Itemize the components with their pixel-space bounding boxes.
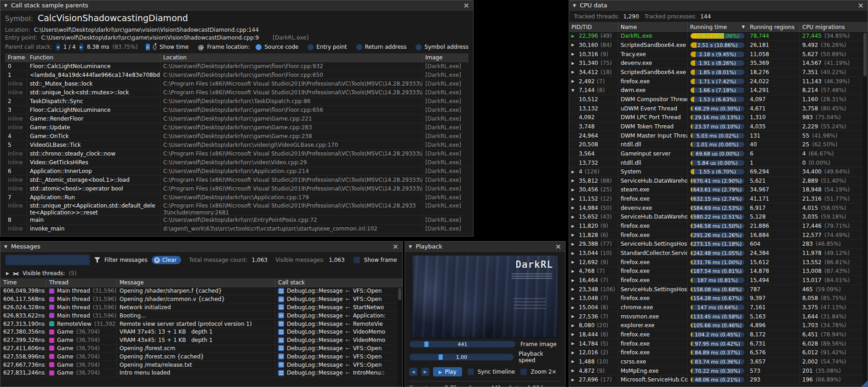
process-name[interactable]: firefox.exe: [618, 222, 688, 231]
cpu-process-row[interactable]: ▶ 18,444 (6) firefox.exe 104.2 ms (0.45%…: [569, 330, 868, 340]
frame-row[interactable]: inline Game::Update C:\Users\wolf\Deskto…: [5, 123, 468, 132]
cpu-process-row[interactable]: ▶ 15,004 (8) chrome.exe 147 ms (0.64%) 7…: [569, 303, 868, 312]
pid-cell[interactable]: ▶ 23,348 (106): [569, 285, 618, 294]
process-name[interactable]: firefox.exe: [618, 294, 688, 303]
message-row[interactable]: 627,667,736ns Game (36,704) Opening /met…: [0, 361, 402, 369]
expand-icon[interactable]: ▶: [571, 215, 577, 219]
pid-cell[interactable]: ▼ 7,144 (8): [569, 86, 618, 95]
expand-icon[interactable]: ▶: [571, 260, 577, 264]
column-header-time[interactable]: Time: [0, 278, 46, 287]
expand-icon[interactable]: ▶: [571, 224, 577, 228]
message-text[interactable]: Opening /meta/release.txt: [117, 361, 275, 369]
expand-icon[interactable]: ▶: [571, 70, 577, 74]
process-name[interactable]: firefox.exe: [618, 258, 688, 266]
message-row[interactable]: 626,833,622ns Main thread (31,596) Booti…: [0, 312, 402, 320]
pid-cell[interactable]: 13,132: [569, 104, 618, 113]
process-name[interactable]: ServiceHub.SettingsHost: [618, 285, 688, 294]
expand-icon[interactable]: ▶: [571, 34, 577, 38]
play-button[interactable]: ▶ Play: [433, 367, 462, 376]
pid-cell[interactable]: 3,748: [569, 122, 618, 131]
frame-function[interactable]: std::unique_ptr<Application,std::default…: [27, 202, 160, 215]
expand-icon[interactable]: ▶: [571, 206, 577, 210]
zoom-checkbox[interactable]: [520, 369, 527, 375]
frame-location[interactable]: C:\Users\wolf\Desktop\darkrl\src\TaskDis…: [160, 97, 423, 105]
expand-icon[interactable]: ▶: [571, 233, 577, 237]
message-thread[interactable]: RemoteView (31,392): [46, 320, 117, 328]
pid-cell[interactable]: 20,508: [569, 140, 618, 149]
frame-row[interactable]: 3 Floor::CalcLightNoLuminance C:\Users\w…: [5, 106, 468, 115]
process-name[interactable]: ScriptedSandbox64.exe: [618, 68, 688, 77]
frame-function[interactable]: Game::OnTick: [27, 132, 160, 140]
expand-icon[interactable]: ▶: [571, 242, 577, 246]
collapse-icon[interactable]: ▼: [409, 244, 412, 249]
callstack-icon[interactable]: [278, 288, 284, 294]
cpu-process-row[interactable]: ▶ 22,396 (49) DarkRL.exe 14.33 s (62.06%…: [569, 32, 868, 41]
collapse-icon[interactable]: ▼: [4, 244, 7, 249]
callstack-icon[interactable]: [278, 304, 284, 310]
prev-frame-button[interactable]: ◀: [409, 368, 417, 376]
cpu-process-row[interactable]: ▶ 4 (126) System 1.55 s (6.70%) 69,294 3…: [569, 168, 868, 177]
frame-function[interactable]: Application::InnerLoop: [27, 167, 160, 175]
expand-icon[interactable]: ▶: [571, 296, 577, 300]
frame-row[interactable]: inline std::unique_ptr<Application,std::…: [5, 202, 468, 216]
pid-cell[interactable]: ▶ 13,048 (7): [569, 294, 618, 303]
frame-row[interactable]: inline invoke_main d:\agent\_work\63\s\s…: [5, 225, 468, 233]
frame-function[interactable]: main: [27, 216, 160, 224]
playback-speed-slider[interactable]: 1.00: [409, 353, 514, 361]
message-callstack[interactable]: DebugLog::Message ← StartNetwo: [275, 304, 402, 312]
process-name[interactable]: GameInput server: [618, 150, 688, 158]
process-name[interactable]: DWM LPC Port Thread: [618, 113, 688, 122]
column-header-message[interactable]: Message: [117, 278, 275, 287]
frame-location[interactable]: C:\Program Files (x86)\Microsoft Visual …: [160, 202, 423, 215]
cpu-process-row[interactable]: ▶ 4,872 (9) MsMpEng.exe 70.22 ms (0.30%)…: [569, 366, 868, 375]
process-name[interactable]: Tracy.exe: [618, 50, 688, 58]
cpu-process-row[interactable]: ▶ 1,488 (10) csrss.exe 83.74 ms (0.36%) …: [569, 358, 868, 367]
frame-function[interactable]: Game::RenderFloor: [27, 115, 160, 123]
cpu-process-row[interactable]: ▶ 4,768 (7) firefox.exe 187.54 ms (0.81%…: [569, 267, 868, 276]
expand-icon[interactable]: ▶: [571, 197, 577, 201]
expand-icon[interactable]: ▶: [571, 378, 577, 382]
pid-cell[interactable]: ▶ 30,160 (84): [569, 41, 618, 50]
frame-row[interactable]: 2 TaskDispatch::Sync C:\Users\wolf\Deskt…: [5, 97, 468, 106]
cpu-process-row[interactable]: 4,092 DWM LPC Port Thread 29.16 ms (0.13…: [569, 113, 868, 122]
expand-icon[interactable]: ▶: [571, 287, 577, 291]
message-text[interactable]: Opening /forest.scm: [117, 345, 275, 352]
pid-cell[interactable]: ▶ 27,696 (17): [569, 375, 618, 384]
message-thread[interactable]: Game (36,704): [46, 369, 117, 377]
process-name[interactable]: StandardCollector.Service: [618, 249, 688, 258]
expand-icon[interactable]: ▶: [571, 61, 577, 65]
process-name[interactable]: firefox.exe: [618, 231, 688, 239]
close-icon[interactable]: ×: [555, 243, 561, 250]
collapse-icon[interactable]: ▼: [4, 3, 7, 8]
message-thread[interactable]: Game (36,704): [46, 361, 117, 369]
cpu-process-row[interactable]: ▶ 11,152 (12) firefox.exe 632.15 ms (2.7…: [569, 195, 868, 204]
cpu-titlebar[interactable]: ▼ CPU data ×: [569, 0, 868, 11]
expand-icon[interactable]: ▶: [571, 179, 577, 183]
cpu-process-row[interactable]: 3,748 DWM Token Thread 23.37 ms (0.10%) …: [569, 122, 868, 132]
next-callstack-button[interactable]: ▶: [79, 43, 84, 51]
column-header-cpu-migrations[interactable]: CPU migrations: [800, 23, 868, 31]
process-name[interactable]: firefox.exe: [618, 339, 688, 348]
process-name[interactable]: DWM Compositor Thread: [618, 95, 688, 104]
message-text[interactable]: Opening /shader/sharpen.f {cached}: [117, 287, 275, 295]
pid-cell[interactable]: ▶ 14,984 (50): [569, 203, 618, 212]
message-thread[interactable]: Main thread (31,596): [46, 295, 117, 303]
message-callstack[interactable]: DebugLog::Message ← VideoMemo: [275, 328, 402, 336]
message-row[interactable]: 606,049,398ns Main thread (31,596) Openi…: [0, 287, 402, 295]
column-header-name[interactable]: Name: [618, 23, 688, 31]
radio-icon[interactable]: [308, 44, 314, 50]
pid-cell[interactable]: 13,732: [569, 158, 618, 167]
pid-cell[interactable]: ▶ 16,464 (7): [569, 276, 618, 285]
process-name[interactable]: DWM Token Thread: [618, 122, 688, 131]
frame-function[interactable]: std::unique_lock<std::mutex>::lock: [27, 88, 160, 97]
pid-cell[interactable]: 3,564: [569, 150, 618, 158]
show-frame-checkbox[interactable]: [354, 257, 360, 263]
expand-icon[interactable]: ▶: [571, 323, 577, 328]
message-thread[interactable]: Game (36,704): [46, 345, 117, 352]
cpu-process-row[interactable]: ▶ 14,984 (50) devenv.exe 584.69 ms (2.53…: [569, 203, 868, 213]
frame-location-radio[interactable]: Symbol address: [416, 44, 468, 50]
message-thread[interactable]: Game (36,704): [46, 352, 117, 360]
column-header-callstack[interactable]: Call stack: [275, 278, 402, 287]
callstack-icon[interactable]: [278, 337, 284, 343]
frame-location[interactable]: C:\Users\wolf\Desktop\darkrl\src\game\fl…: [160, 71, 423, 79]
